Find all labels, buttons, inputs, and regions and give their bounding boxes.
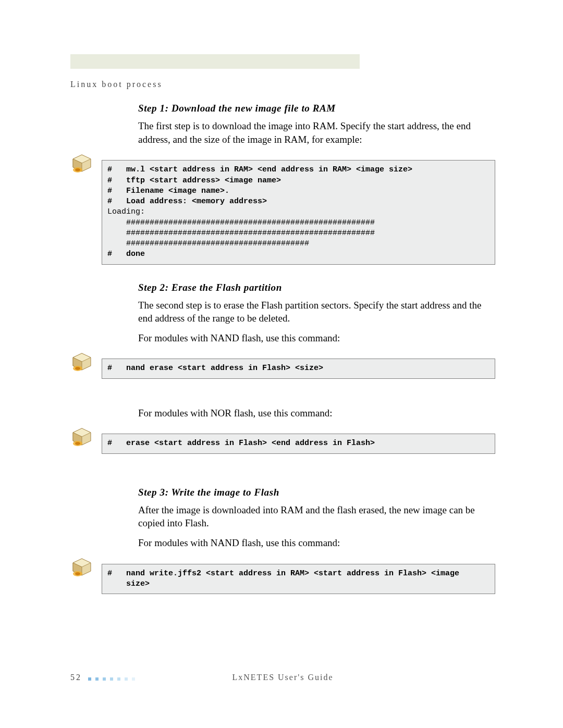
header-accent-bar [70,54,360,69]
svg-point-4 [75,168,80,171]
code-row-4: # nand write.jffs2 <start address in RAM… [70,556,495,602]
step-1-title: Step 1: Download the new image file to R… [138,103,495,114]
box-icon [70,426,102,450]
code-row-3: # erase <start address in Flash> <end ad… [70,426,495,461]
step-2-paragraph-1: The second step is to erase the Flash pa… [138,299,495,325]
step-3-paragraph-2: For modules with NAND flash, use this co… [138,536,495,550]
step-2-paragraph-3: For modules with NOR flash, use this com… [138,406,495,420]
code-row-2: # nand erase <start address in Flash> <s… [70,351,495,386]
svg-point-14 [75,442,80,445]
box-icon [70,351,102,375]
svg-point-19 [75,572,80,575]
code-block-1: # mw.l <start address in RAM> <end addre… [102,160,495,264]
section-header: Linux boot process [70,80,163,89]
page-footer: 52 LxNETES User's Guide [70,673,495,683]
page-content: Step 1: Download the new image file to R… [70,103,495,611]
svg-point-9 [75,367,80,370]
step-2-paragraph-2: For modules with NAND flash, use this co… [138,331,495,345]
step-2-title: Step 2: Erase the Flash partition [138,282,495,293]
step-1-paragraph: The first step is to download the image … [138,119,495,146]
step-3-paragraph-1: After the image is downloaded into RAM a… [138,503,495,530]
step-3-title: Step 3: Write the image to Flash [138,487,495,498]
code-block-3: # erase <start address in Flash> <end ad… [102,434,495,453]
code-block-2: # nand erase <start address in Flash> <s… [102,359,495,378]
document-page: Linux boot process Step 1: Download the … [0,0,563,728]
code-row-1: # mw.l <start address in RAM> <end addre… [70,152,495,272]
box-icon [70,152,102,176]
box-icon [70,556,102,580]
footer-guide-title: LxNETES User's Guide [70,673,495,682]
code-block-4: # nand write.jffs2 <start address in RAM… [102,564,495,595]
